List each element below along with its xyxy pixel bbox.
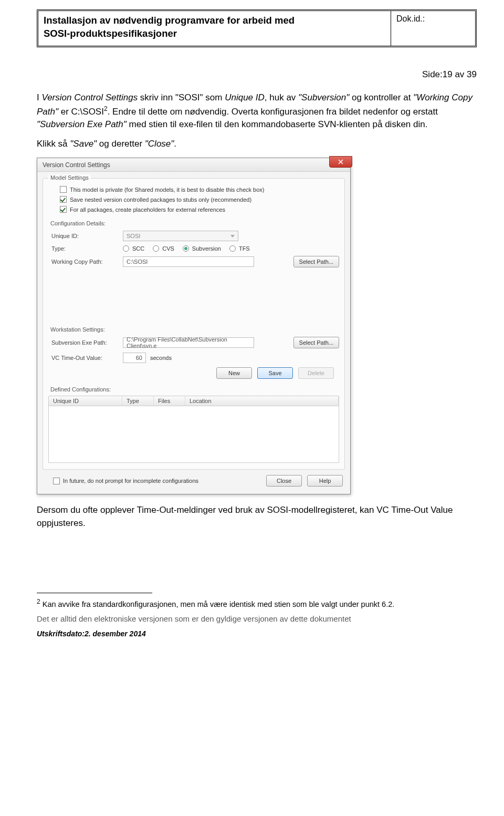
model-settings-label: Model Settings (48, 174, 91, 181)
radio-tfs[interactable]: TFS (229, 245, 250, 252)
new-button[interactable]: New (216, 367, 252, 379)
chk-placeholders-row[interactable]: For all packages, create placeholders fo… (60, 206, 339, 213)
help-button[interactable]: Help (307, 475, 343, 487)
checkbox-icon (60, 206, 67, 213)
sep-label: Subversion Exe Path: (51, 339, 119, 346)
sep-value: C:\Program Files\CollabNet\Subversion Cl… (127, 336, 250, 349)
wcp-input[interactable]: C:\SOSI (123, 256, 254, 267)
ws-settings-label: Workstation Settings: (50, 326, 339, 333)
radio-scc[interactable]: SCC (123, 245, 144, 252)
paragraph-2: Klikk så "Save" og deretter "Close". (37, 138, 477, 151)
wcp-label: Working Copy Path: (51, 259, 119, 265)
config-details-label: Configuration Details: (50, 220, 339, 226)
close-button[interactable] (329, 156, 352, 168)
radio-icon (123, 245, 129, 252)
wcp-value: C:\SOSI (127, 259, 148, 265)
chevron-down-icon (230, 235, 235, 237)
chk-private-label: This model is private (for Shared models… (70, 187, 265, 193)
select-path-button-1[interactable]: Select Path... (293, 256, 339, 267)
title-line-1: Installasjon av nødvendig programvare fo… (44, 15, 295, 26)
print-date: Utskriftsdato:2. desember 2014 (37, 629, 477, 638)
checkbox-icon (60, 186, 67, 193)
col-type[interactable]: Type (122, 396, 154, 406)
chk-nested-row[interactable]: Save nested version controlled packages … (60, 196, 339, 203)
uid-dropdown[interactable]: SOSI (123, 231, 238, 241)
uid-label: Unique ID: (51, 233, 119, 239)
chk-nested-label: Save nested version controlled packages … (70, 197, 251, 203)
paragraph-1: I Version Control Settings skriv inn "SO… (37, 91, 477, 131)
checkbox-icon (53, 478, 60, 484)
sep-input[interactable]: C:\Program Files\CollabNet\Subversion Cl… (123, 337, 254, 348)
paragraph-3: Dersom du ofte opplever Time-Out-melding… (37, 504, 477, 530)
footnote-rule (37, 593, 152, 593)
validity-note: Det er alltid den elektroniske versjonen… (37, 614, 477, 623)
col-location[interactable]: Location (185, 396, 339, 406)
timeout-unit: seconds (150, 355, 172, 361)
defined-config-label: Defined Configurations: (50, 386, 339, 392)
timeout-label: VC Time-Out Value: (51, 355, 119, 361)
radio-icon (183, 245, 189, 252)
close-dialog-button[interactable]: Close (266, 475, 302, 487)
config-list-header: Unique ID Type Files Location (48, 396, 339, 406)
model-settings-group: Model Settings This model is private (fo… (43, 178, 345, 470)
vcs-dialog: Version Control Settings Model Settings … (37, 158, 351, 494)
type-label: Type: (51, 245, 119, 252)
radio-subversion[interactable]: Subversion (183, 245, 221, 252)
doc-title: Installasjon av nødvendig programvare fo… (38, 11, 391, 46)
select-path-button-2[interactable]: Select Path... (293, 337, 339, 348)
type-radios: SCC CVS Subversion TFS (123, 245, 250, 252)
page-indicator: Side:19 av 39 (37, 69, 477, 80)
doc-header: Installasjon av nødvendig programvare fo… (37, 9, 477, 47)
chk-placeholders-label: For all packages, create placeholders fo… (70, 206, 225, 213)
footnote-2: 2 Kan avvike fra standardkonfigurasjonen… (37, 597, 477, 610)
close-icon (338, 159, 343, 164)
delete-button[interactable]: Delete (298, 367, 334, 379)
radio-icon (153, 245, 159, 252)
title-line-2: SOSI-produktspesifikasjoner (44, 28, 177, 39)
dokid-label: Dok.id.: (396, 14, 425, 23)
dialog-titlebar: Version Control Settings (37, 158, 350, 172)
col-files[interactable]: Files (154, 396, 185, 406)
checkbox-icon (60, 196, 67, 203)
save-button[interactable]: Save (257, 367, 293, 379)
dokid-cell: Dok.id.: (391, 11, 475, 46)
timeout-value: 60 (136, 355, 142, 361)
col-uid[interactable]: Unique ID (49, 396, 122, 406)
chk-private-row[interactable]: This model is private (for Shared models… (60, 186, 339, 193)
uid-value: SOSI (127, 233, 140, 239)
dialog-title: Version Control Settings (43, 161, 110, 169)
radio-cvs[interactable]: CVS (153, 245, 174, 252)
config-list[interactable] (48, 406, 339, 463)
radio-icon (229, 245, 236, 252)
chk-future-row[interactable]: In future, do not prompt for incomplete … (53, 478, 198, 484)
timeout-input[interactable]: 60 (123, 353, 146, 363)
chk-future-label: In future, do not prompt for incomplete … (63, 478, 198, 484)
